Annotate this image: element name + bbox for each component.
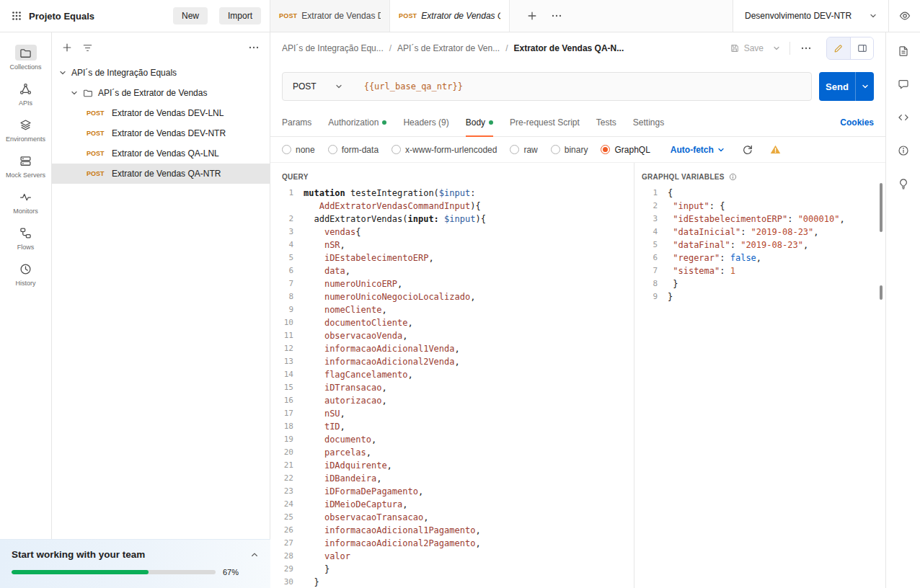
sidebar-item-monitors[interactable]: Monitors bbox=[1, 184, 50, 220]
url-input[interactable]: {{url_base_qa_ntr}} bbox=[353, 81, 811, 92]
tab-tests[interactable]: Tests bbox=[596, 109, 616, 136]
line-number: 23 bbox=[270, 485, 304, 498]
bodytype-form-data[interactable]: form-data bbox=[328, 145, 379, 155]
tree-request-row[interactable]: POST Extrator de Vendas QA-LNL bbox=[52, 143, 270, 164]
schema-warning-indicator[interactable] bbox=[770, 144, 781, 155]
body-type-row: none form-data x-www-form-urlencoded raw… bbox=[270, 137, 885, 163]
line-number: 5 bbox=[634, 239, 668, 251]
code-token: observacaoVenda bbox=[324, 331, 402, 341]
app-body: Collections APIs Environments Mock Serve… bbox=[0, 32, 920, 588]
code-token bbox=[304, 486, 324, 496]
request-more-options-icon[interactable] bbox=[796, 43, 816, 54]
line-number: 17 bbox=[270, 407, 304, 420]
import-button[interactable]: Import bbox=[219, 7, 261, 24]
request-name: Extrator de Vendas DEV-NTR bbox=[112, 128, 226, 138]
tree-collection-row[interactable]: API´s de Integração Equals bbox=[52, 63, 270, 83]
code-snippet-button[interactable] bbox=[898, 112, 909, 123]
code-token: iDBandeira bbox=[324, 473, 376, 484]
send-options-chevron-icon[interactable] bbox=[855, 72, 874, 101]
query-pane: QUERY 1mutation testeIntegration($input:… bbox=[270, 163, 634, 588]
tab-settings[interactable]: Settings bbox=[633, 109, 664, 136]
breadcrumb-item[interactable]: API´s de Extrator de Ven... bbox=[397, 43, 500, 53]
cookies-link[interactable]: Cookies bbox=[840, 117, 874, 128]
code-token: informacaoAdicional1Pagamento bbox=[324, 525, 476, 535]
tree-folder-row[interactable]: API´s de Extrator de Vendas bbox=[52, 83, 270, 103]
breadcrumb-current[interactable]: Extrator de Vendas QA-N... bbox=[514, 43, 624, 53]
plus-icon[interactable] bbox=[62, 43, 72, 53]
save-button[interactable]: Save bbox=[724, 39, 769, 58]
tree-request-row[interactable]: POST Extrator de Vendas DEV-LNL bbox=[52, 103, 270, 123]
sidebar-filter-input[interactable] bbox=[103, 43, 238, 53]
code-line: 8 numeroUnicoNegocioLocalizado, bbox=[270, 290, 634, 303]
bodytype-binary[interactable]: binary bbox=[551, 145, 588, 155]
send-button[interactable]: Send bbox=[819, 72, 855, 101]
variables-editor[interactable]: 1{2 "input": {3 "idEstabelecimentoERP": … bbox=[634, 183, 885, 588]
tab-pre-request-script[interactable]: Pre-request Script bbox=[510, 109, 580, 136]
tab-more-options-icon[interactable] bbox=[544, 0, 569, 32]
scrollbar-thumb[interactable] bbox=[880, 183, 883, 232]
sidebar-item-flows[interactable]: Flows bbox=[1, 220, 50, 256]
refresh-schema-button[interactable] bbox=[742, 144, 753, 155]
tree-request-row-selected[interactable]: POST Extrator de Vendas QA-NTR bbox=[52, 164, 270, 184]
environment-quick-look-button[interactable] bbox=[888, 0, 920, 32]
bodytype-x-www-form-urlencoded[interactable]: x-www-form-urlencoded bbox=[392, 145, 497, 155]
sidebar-item-collections[interactable]: Collections bbox=[1, 40, 50, 76]
chevron-down-icon bbox=[71, 89, 78, 97]
chevron-up-icon[interactable] bbox=[250, 551, 259, 559]
bodytype-none[interactable]: none bbox=[282, 145, 315, 155]
sidebar-item-mock-servers[interactable]: Mock Servers bbox=[1, 148, 50, 184]
line-number: 5 bbox=[270, 251, 304, 264]
scrollbar-thumb[interactable] bbox=[880, 285, 883, 300]
rail-label: Environments bbox=[6, 135, 45, 143]
code-text: "dataFinal": "2019-08-23", bbox=[668, 239, 808, 251]
request-tab-1[interactable]: POST Extrator de Vendas DEV bbox=[270, 0, 390, 32]
breadcrumb-separator: / bbox=[389, 43, 392, 53]
code-token bbox=[304, 473, 324, 484]
request-tab-2-active[interactable]: POST Extrator de Vendas QA- bbox=[390, 0, 510, 32]
tab-label: Params bbox=[282, 117, 311, 128]
line-number: 6 bbox=[270, 264, 304, 277]
bodytype-graphql-selected[interactable]: GraphQL bbox=[601, 145, 650, 155]
workspace-title[interactable]: Projeto Equals bbox=[29, 11, 94, 22]
sidebar-item-environments[interactable]: Environments bbox=[1, 112, 50, 148]
line-number: 4 bbox=[634, 226, 668, 239]
add-tab-icon[interactable] bbox=[520, 0, 544, 32]
autofetch-dropdown[interactable]: Auto-fetch bbox=[671, 145, 725, 155]
workspace-grid-icon[interactable] bbox=[12, 11, 22, 21]
rail-label: Monitors bbox=[13, 208, 38, 215]
panel-icon bbox=[857, 43, 867, 53]
code-token: , bbox=[381, 396, 386, 406]
code-text: iDTransacao, bbox=[304, 381, 387, 394]
code-text: } bbox=[304, 563, 329, 576]
comments-button[interactable] bbox=[898, 79, 909, 90]
environment-selector[interactable]: Desenvolvimento DEV-NTR bbox=[733, 0, 888, 32]
green-dot bbox=[489, 120, 493, 125]
tab-headers[interactable]: Headers (9) bbox=[403, 109, 448, 136]
sidebar-item-apis[interactable]: APIs bbox=[1, 76, 50, 112]
code-token: iDEstabelecimentoERP bbox=[324, 253, 429, 263]
documentation-button[interactable] bbox=[898, 45, 909, 57]
request-info-button[interactable] bbox=[898, 145, 909, 156]
code-token: informacaoAdicional2Pagamento bbox=[324, 538, 476, 548]
sidebar-item-history[interactable]: History bbox=[1, 256, 50, 292]
method-value: POST bbox=[293, 81, 317, 92]
tab-authorization[interactable]: Authorization bbox=[328, 109, 386, 136]
toggle-side-panel-button[interactable] bbox=[850, 37, 873, 59]
tips-button[interactable] bbox=[898, 178, 909, 190]
edit-request-button[interactable] bbox=[827, 37, 850, 59]
code-text: "idEstabelecimentoERP": "000010", bbox=[668, 213, 845, 226]
tab-params[interactable]: Params bbox=[282, 109, 311, 136]
save-options-chevron-icon[interactable] bbox=[769, 40, 784, 56]
method-selector[interactable]: POST bbox=[283, 81, 353, 92]
bodytype-raw[interactable]: raw bbox=[510, 145, 537, 155]
filter-icon[interactable] bbox=[82, 43, 93, 53]
code-line: 25 observacaoTransacao, bbox=[270, 511, 634, 524]
tab-body[interactable]: Body bbox=[466, 109, 493, 136]
code-text: autorizacao, bbox=[304, 394, 387, 407]
code-text: } bbox=[668, 277, 678, 290]
new-button[interactable]: New bbox=[173, 7, 208, 24]
query-editor[interactable]: 1mutation testeIntegration($input: AddEx… bbox=[270, 183, 634, 588]
breadcrumb-item[interactable]: API´s de Integração Equ... bbox=[282, 43, 384, 53]
tree-request-row[interactable]: POST Extrator de Vendas DEV-NTR bbox=[52, 123, 270, 143]
sidebar-more-options-icon[interactable] bbox=[248, 42, 260, 53]
